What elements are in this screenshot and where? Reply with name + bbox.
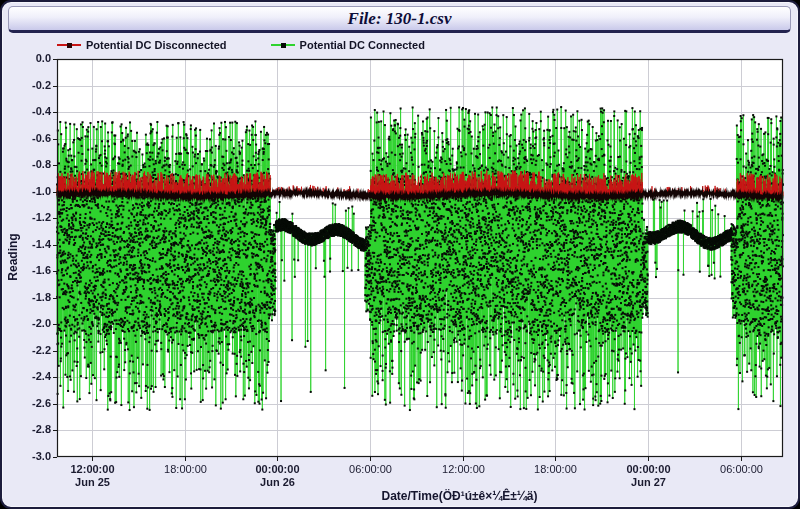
- connected-series-marker-icon: [271, 41, 295, 50]
- legend-item-connected: Potential DC Connected: [271, 39, 425, 51]
- x-axis-title: Date/Time(ÖÐ¹ú±ê×¼Ê±¼ä): [342, 489, 577, 503]
- disconnected-series-marker-icon: [57, 41, 81, 50]
- legend: Potential DC Disconnected Potential DC C…: [57, 39, 425, 51]
- legend-label-disconnected: Potential DC Disconnected: [86, 39, 227, 51]
- chart-window-panel: File: 130-1.csv Potential DC Disconnecte…: [0, 0, 800, 509]
- legend-label-connected: Potential DC Connected: [300, 39, 425, 51]
- chart-canvas: [2, 2, 800, 509]
- y-axis-title: Reading: [6, 222, 20, 292]
- legend-item-disconnected: Potential DC Disconnected: [57, 39, 227, 51]
